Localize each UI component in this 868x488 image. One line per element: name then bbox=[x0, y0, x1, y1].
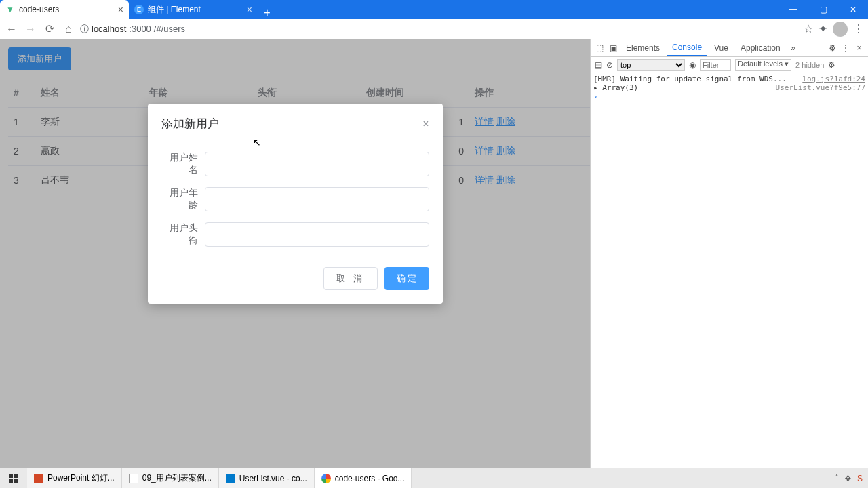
more-tabs-icon[interactable]: » bbox=[787, 43, 800, 53]
devtools-panel: ⬚ ▣ Elements Console Vue Application » ⚙… bbox=[590, 39, 868, 488]
svg-rect-3 bbox=[14, 479, 18, 483]
star-icon[interactable]: ☆ bbox=[804, 22, 813, 35]
reload-button[interactable]: ⟳ bbox=[42, 22, 57, 37]
clear-console-icon[interactable]: ⊘ bbox=[606, 60, 613, 70]
console-sidebar-icon[interactable]: ▤ bbox=[595, 60, 602, 70]
svg-rect-1 bbox=[14, 474, 18, 478]
console-toolbar: ▤ ⊘ top ◉ Default levels ▾ 2 hidden ⚙ bbox=[591, 57, 868, 73]
tab-title: code-users bbox=[19, 5, 59, 14]
browser-toolbar: ← → ⟳ ⌂ ⓘ localhost:3000/#/users ☆ ✦ ⋮ bbox=[0, 19, 868, 39]
menu-icon[interactable]: ⋮ bbox=[853, 22, 864, 35]
confirm-button[interactable]: 确 定 bbox=[384, 267, 429, 290]
back-button[interactable]: ← bbox=[4, 22, 19, 37]
close-icon[interactable]: × bbox=[118, 4, 123, 15]
taskbar-label: UserList.vue - co... bbox=[239, 474, 307, 483]
vscode-icon bbox=[226, 474, 235, 483]
taskbar-item[interactable]: PowerPoint 幻灯... bbox=[27, 468, 122, 488]
address-bar[interactable]: ⓘ localhost:3000/#/users bbox=[80, 23, 800, 35]
window-close-icon[interactable]: ✕ bbox=[838, 0, 868, 19]
tray-chevron-icon[interactable]: ˄ bbox=[835, 474, 839, 483]
dialog-title: 添加新用户 bbox=[161, 116, 219, 131]
element-icon: E bbox=[134, 5, 144, 14]
taskbar-item[interactable]: UserList.vue - co... bbox=[219, 468, 315, 488]
tab-application[interactable]: Application bbox=[735, 41, 786, 56]
svg-rect-0 bbox=[9, 474, 13, 478]
dialog-body: 用户姓名 用户年龄 用户头衔 bbox=[148, 137, 443, 260]
input-user-age[interactable] bbox=[205, 187, 429, 211]
console-prompt[interactable]: › bbox=[593, 92, 865, 101]
tray-icon[interactable]: ❖ bbox=[844, 474, 852, 483]
console-filter-input[interactable] bbox=[700, 59, 731, 71]
page-viewport: 添加新用户 # 姓名 年龄 头衔 创建时间 操作 1 李斯 bbox=[0, 39, 590, 488]
minimize-icon[interactable]: — bbox=[778, 0, 808, 19]
browser-tabs: ▼ code-users × E 组件 | Element × + bbox=[0, 0, 778, 19]
input-user-title[interactable] bbox=[205, 222, 429, 247]
tab-elements[interactable]: Elements bbox=[620, 41, 665, 56]
label-user-name: 用户姓名 bbox=[161, 152, 205, 176]
console-source-link[interactable]: UserList.vue?f9e5:77 bbox=[776, 83, 865, 92]
powerpoint-icon bbox=[34, 474, 43, 483]
console-message: [HMR] Waiting for update signal from WDS… bbox=[593, 75, 802, 83]
tab-title: 组件 | Element bbox=[148, 4, 201, 16]
dialog-footer: 取 消 确 定 bbox=[148, 260, 443, 304]
console-settings-icon[interactable]: ⚙ bbox=[828, 60, 835, 70]
workspace: 添加新用户 # 姓名 年龄 头衔 创建时间 操作 1 李斯 bbox=[0, 39, 868, 488]
console-message[interactable]: ▸ Array(3) bbox=[593, 83, 776, 92]
devtools-menu-icon[interactable]: ⋮ bbox=[840, 43, 852, 53]
system-tray[interactable]: ˄ ❖ S bbox=[829, 468, 868, 488]
devtools-settings-icon[interactable]: ⚙ bbox=[826, 43, 838, 53]
vue-icon: ▼ bbox=[5, 5, 15, 14]
url-path: /#/users bbox=[154, 24, 185, 34]
start-button[interactable] bbox=[0, 468, 27, 488]
windows-icon bbox=[9, 474, 18, 483]
tab-console[interactable]: Console bbox=[667, 40, 707, 56]
console-line: [HMR] Waiting for update signal from WDS… bbox=[593, 75, 865, 83]
device-toggle-icon[interactable]: ▣ bbox=[607, 43, 619, 53]
maximize-icon[interactable]: ▢ bbox=[808, 0, 838, 19]
home-button[interactable]: ⌂ bbox=[61, 22, 76, 37]
forward-button[interactable]: → bbox=[23, 22, 38, 37]
browser-tab-active[interactable]: ▼ code-users × bbox=[0, 0, 129, 19]
tray-icon[interactable]: S bbox=[857, 474, 863, 483]
close-icon[interactable]: × bbox=[247, 4, 252, 15]
taskbar-label: PowerPoint 幻灯... bbox=[47, 472, 115, 484]
text-file-icon bbox=[129, 474, 138, 483]
taskbar: PowerPoint 幻灯... 09_用户列表案例... UserList.v… bbox=[0, 468, 868, 488]
browser-tab[interactable]: E 组件 | Element × bbox=[129, 0, 258, 19]
chrome-icon bbox=[321, 474, 331, 483]
input-user-name[interactable] bbox=[205, 152, 429, 176]
devtools-tabbar: ⬚ ▣ Elements Console Vue Application » ⚙… bbox=[591, 39, 868, 57]
devtools-close-icon[interactable]: × bbox=[853, 43, 865, 53]
taskbar-item-active[interactable]: code-users - Goo... bbox=[315, 468, 412, 488]
extensions-icon[interactable]: ✦ bbox=[818, 22, 827, 35]
url-host: localhost bbox=[92, 24, 126, 34]
inspect-icon[interactable]: ⬚ bbox=[593, 43, 606, 53]
modal-backdrop[interactable]: 添加新用户 × 用户姓名 用户年龄 用户头衔 bbox=[0, 39, 590, 488]
taskbar-label: 09_用户列表案例... bbox=[142, 472, 212, 484]
avatar[interactable] bbox=[833, 22, 848, 37]
dialog-header: 添加新用户 × bbox=[148, 104, 443, 137]
label-user-age: 用户年龄 bbox=[161, 187, 205, 211]
browser-titlebar: ▼ code-users × E 组件 | Element × + — ▢ ✕ bbox=[0, 0, 868, 19]
site-info-icon[interactable]: ⓘ bbox=[80, 23, 89, 35]
console-output: [HMR] Waiting for update signal from WDS… bbox=[591, 73, 868, 488]
taskbar-label: code-users - Goo... bbox=[335, 474, 405, 483]
svg-rect-2 bbox=[9, 479, 13, 483]
live-expression-icon[interactable]: ◉ bbox=[689, 60, 696, 70]
cancel-button[interactable]: 取 消 bbox=[323, 267, 378, 290]
console-source-link[interactable]: log.js?1afd:24 bbox=[802, 75, 865, 83]
label-user-title: 用户头衔 bbox=[161, 222, 205, 247]
add-user-dialog: 添加新用户 × 用户姓名 用户年龄 用户头衔 bbox=[148, 104, 443, 304]
dialog-close-icon[interactable]: × bbox=[422, 118, 429, 130]
tab-vue[interactable]: Vue bbox=[709, 41, 734, 56]
log-levels-select[interactable]: Default levels ▾ bbox=[735, 59, 791, 71]
url-port: :3000 bbox=[129, 24, 151, 34]
context-select[interactable]: top bbox=[617, 59, 685, 71]
console-line: ▸ Array(3) UserList.vue?f9e5:77 bbox=[593, 83, 865, 92]
new-tab-button[interactable]: + bbox=[258, 7, 277, 19]
taskbar-item[interactable]: 09_用户列表案例... bbox=[122, 468, 219, 488]
hidden-count[interactable]: 2 hidden bbox=[795, 61, 824, 69]
window-controls: — ▢ ✕ bbox=[778, 0, 868, 19]
